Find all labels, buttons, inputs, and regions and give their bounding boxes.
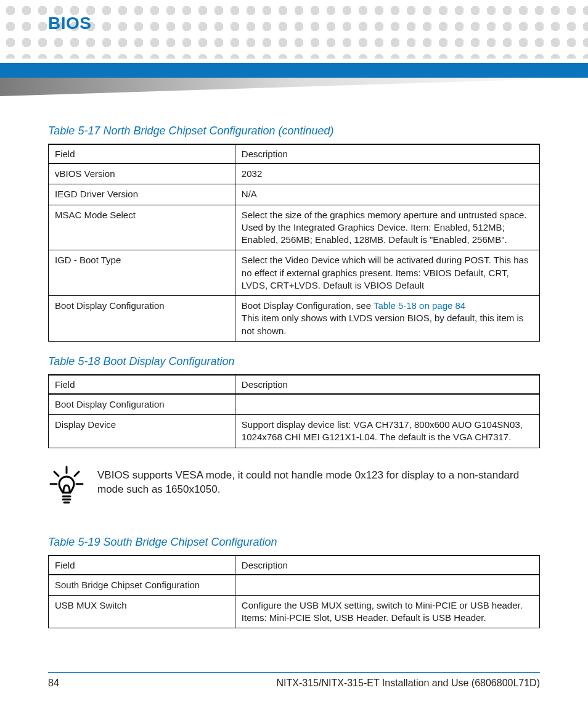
table-row: IGD - Boot Type Select the Video Device …: [49, 250, 540, 296]
table-row: Boot Display Configuration Boot Display …: [49, 296, 540, 342]
col-header-description: Description: [235, 375, 539, 394]
tip-text: VBIOS supports VESA mode, it could not h…: [97, 466, 540, 498]
col-header-field: Field: [49, 375, 235, 394]
table-caption-5-18: Table 5-18 Boot Display Configuration: [48, 355, 540, 368]
table-caption-5-17: Table 5-17 North Bridge Chipset Configur…: [48, 125, 540, 138]
col-header-field: Field: [49, 144, 235, 163]
cell-field: USB MUX Switch: [49, 595, 235, 628]
col-header-description: Description: [235, 556, 539, 575]
table-row: USB MUX Switch Configure the USB MUX set…: [49, 595, 540, 628]
cell-field: IEGD Driver Version: [49, 184, 235, 205]
header-shadow: [0, 78, 588, 96]
lightbulb-icon: [48, 466, 85, 511]
svg-line-1: [54, 472, 59, 476]
page-header: BIOS: [0, 0, 588, 105]
table-row: Display Device Support display device li…: [49, 415, 540, 448]
page-number: 84: [48, 678, 59, 689]
cell-desc: [235, 394, 539, 415]
table-caption-5-19: Table 5-19 South Bridge Chipset Configur…: [48, 536, 540, 549]
section-title: BIOS: [0, 0, 588, 33]
col-header-field: Field: [49, 556, 235, 575]
cell-field: Display Device: [49, 415, 235, 448]
table-row: Boot Display Configuration: [49, 394, 540, 415]
col-header-description: Description: [235, 144, 539, 163]
cell-desc: Select the size of the graphics memory a…: [235, 205, 539, 250]
cell-field: South Bridge Chipset Configuration: [49, 575, 235, 596]
cell-desc: Select the Video Device which will be ac…: [235, 250, 539, 296]
svg-line-2: [75, 472, 79, 476]
cell-desc: Configure the USB MUX setting, switch to…: [235, 595, 539, 628]
table-row: IEGD Driver Version N/A: [49, 184, 540, 205]
cell-desc: [235, 575, 539, 596]
cell-desc: Boot Display Configuration, see Table 5-…: [235, 296, 539, 342]
cell-desc: Support display device list: VGA CH7317,…: [235, 415, 539, 448]
page-content: Table 5-17 North Bridge Chipset Configur…: [0, 105, 588, 647]
cell-field: Boot Display Configuration: [49, 394, 235, 415]
desc-text-pre: Boot Display Configuration, see: [242, 300, 374, 311]
doc-title-footer: NITX-315/NITX-315-ET Installation and Us…: [277, 678, 540, 689]
cell-desc: 2032: [235, 163, 539, 184]
cell-field: vBIOS Version: [49, 163, 235, 184]
table-5-19: Field Description South Bridge Chipset C…: [48, 555, 540, 629]
header-blue-bar: [0, 63, 588, 78]
tip-note: VBIOS supports VESA mode, it could not h…: [48, 466, 540, 511]
cell-field: IGD - Boot Type: [49, 250, 235, 296]
table-5-17: Field Description vBIOS Version 2032 IEG…: [48, 144, 540, 342]
table-row: South Bridge Chipset Configuration: [49, 575, 540, 596]
cell-desc: N/A: [235, 184, 539, 205]
cell-field: MSAC Mode Select: [49, 205, 235, 250]
page-footer: 84 NITX-315/NITX-315-ET Installation and…: [48, 672, 540, 689]
cross-ref-link[interactable]: Table 5-18 on page 84: [374, 300, 465, 311]
table-row: vBIOS Version 2032: [49, 163, 540, 184]
table-row: MSAC Mode Select Select the size of the …: [49, 205, 540, 250]
cell-field: Boot Display Configuration: [49, 296, 235, 342]
desc-text-post: This item only shows with LVDS version B…: [242, 313, 523, 335]
table-5-18: Field Description Boot Display Configura…: [48, 374, 540, 448]
